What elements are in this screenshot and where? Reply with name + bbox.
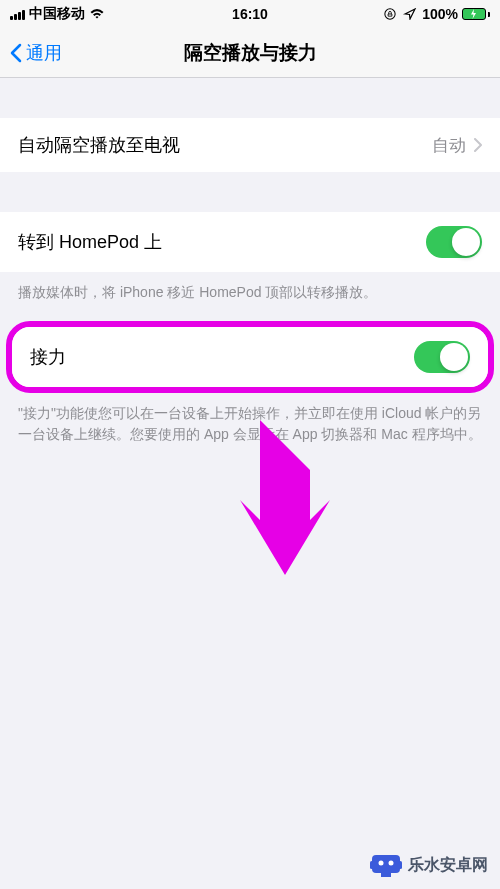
signal-icon (10, 8, 25, 20)
orientation-lock-icon (382, 8, 398, 20)
svg-point-4 (389, 861, 394, 866)
status-time: 16:10 (232, 6, 268, 22)
chevron-left-icon (10, 43, 22, 63)
carrier-label: 中国移动 (29, 5, 85, 23)
navigation-bar: 通用 隔空播放与接力 (0, 28, 500, 78)
back-label: 通用 (26, 41, 62, 65)
auto-airplay-cell[interactable]: 自动隔空播放至电视 自动 (0, 118, 500, 172)
cell-value: 自动 (432, 134, 482, 157)
wifi-icon (89, 8, 105, 20)
watermark-text: 乐水安卓网 (408, 855, 488, 876)
status-right: 100% (382, 6, 490, 22)
cell-label: 自动隔空播放至电视 (18, 133, 180, 157)
status-left: 中国移动 (10, 5, 105, 23)
value-label: 自动 (432, 134, 466, 157)
content-area: 自动隔空播放至电视 自动 转到 HomePod 上 播放媒体时，将 iPhone… (0, 78, 500, 455)
svg-rect-1 (372, 855, 400, 873)
handoff-toggle[interactable] (414, 341, 470, 373)
handoff-cell[interactable]: 接力 (12, 327, 488, 387)
handoff-footer: "接力"功能使您可以在一台设备上开始操作，并立即在使用 iCloud 帐户的另一… (0, 393, 500, 455)
battery-icon (462, 8, 490, 20)
battery-percentage: 100% (422, 6, 458, 22)
homepod-footer: 播放媒体时，将 iPhone 移近 HomePod 顶部以转移播放。 (0, 272, 500, 313)
back-button[interactable]: 通用 (10, 41, 62, 65)
svg-point-3 (379, 861, 384, 866)
homepod-toggle[interactable] (426, 226, 482, 258)
chevron-right-icon (474, 138, 482, 152)
watermark: 乐水安卓网 (370, 849, 488, 881)
status-bar: 中国移动 16:10 100% (0, 0, 500, 28)
location-icon (402, 8, 418, 20)
homepod-transfer-cell[interactable]: 转到 HomePod 上 (0, 212, 500, 272)
svg-rect-2 (381, 873, 391, 877)
watermark-icon (370, 849, 402, 881)
cell-label: 接力 (30, 345, 66, 369)
highlight-annotation: 接力 (6, 321, 494, 393)
cell-label: 转到 HomePod 上 (18, 230, 162, 254)
svg-rect-6 (399, 861, 402, 869)
svg-rect-5 (370, 861, 373, 869)
page-title: 隔空播放与接力 (184, 40, 317, 66)
switch-knob (452, 228, 480, 256)
switch-knob (440, 343, 468, 371)
